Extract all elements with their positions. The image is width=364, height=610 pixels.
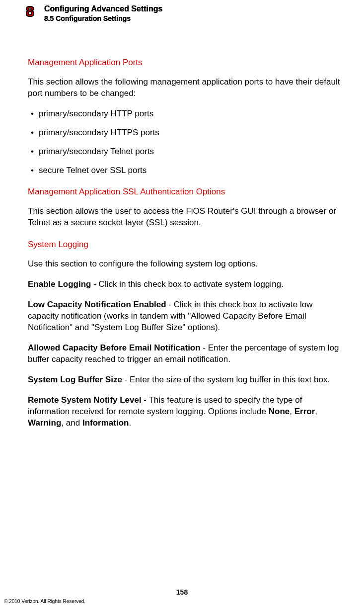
chapter-number: 8: [26, 4, 34, 19]
option-information: Information: [82, 418, 129, 428]
sep: , and: [61, 418, 82, 428]
section-label: 8.5 Configuration Settings: [44, 14, 163, 22]
sep: ,: [315, 407, 317, 416]
section-sys-log: System Logging Use this section to confi…: [28, 240, 344, 429]
heading-sys-log: System Logging: [28, 240, 344, 250]
section-mgmt-ports: Management Application Ports This sectio…: [28, 58, 344, 176]
label-low-capacity: Low Capacity Notification Enabled: [28, 300, 166, 309]
option-error: Error: [294, 407, 315, 416]
option-none: None: [269, 407, 290, 416]
para-buffer-size: System Log Buffer Size - Enter the size …: [28, 374, 344, 386]
list-item: primary/secondary HTTPS ports: [28, 127, 344, 138]
chapter-titles: Configuring Advanced Settings 8.5 Config…: [44, 4, 163, 22]
heading-ssl-auth: Management Application SSL Authenticatio…: [28, 187, 344, 197]
list-item: secure Telnet over SSL ports: [28, 165, 344, 176]
label-allowed-capacity: Allowed Capacity Before Email Notificati…: [28, 343, 201, 352]
list-item: primary/secondary Telnet ports: [28, 146, 344, 157]
para-low-capacity: Low Capacity Notification Enabled - Clic…: [28, 299, 344, 334]
heading-mgmt-ports: Management Application Ports: [28, 58, 344, 68]
text-sys-log-intro: Use this section to configure the follow…: [28, 259, 344, 270]
page-header: 8 Configuring Advanced Settings 8.5 Conf…: [26, 4, 162, 22]
option-warning: Warning: [28, 418, 61, 428]
label-buffer-size: System Log Buffer Size: [28, 375, 122, 384]
text-enable-logging: - Click in this check box to activate sy…: [91, 279, 284, 289]
text-mgmt-ports-intro: This section allows the following manage…: [28, 77, 344, 99]
label-enable-logging: Enable Logging: [28, 279, 91, 289]
label-remote-notify: Remote System Notify Level: [28, 395, 142, 405]
section-ssl-auth: Management Application SSL Authenticatio…: [28, 187, 344, 229]
text-ssl-auth: This section allows the user to access t…: [28, 206, 344, 229]
chapter-title: Configuring Advanced Settings: [44, 4, 163, 13]
list-item: primary/secondary HTTP ports: [28, 108, 344, 119]
list-mgmt-ports: primary/secondary HTTP ports primary/sec…: [28, 108, 344, 176]
text-buffer-size: - Enter the size of the system log buffe…: [122, 375, 330, 384]
period: .: [129, 418, 131, 428]
sep: ,: [290, 407, 294, 416]
page-number: 158: [0, 588, 364, 596]
page-content: Management Application Ports This sectio…: [28, 58, 344, 439]
para-remote-notify: Remote System Notify Level - This featur…: [28, 395, 344, 429]
copyright: © 2010 Verizon. All Rights Reserved.: [4, 599, 85, 604]
para-enable-logging: Enable Logging - Click in this check box…: [28, 279, 344, 290]
para-allowed-capacity: Allowed Capacity Before Email Notificati…: [28, 343, 344, 365]
